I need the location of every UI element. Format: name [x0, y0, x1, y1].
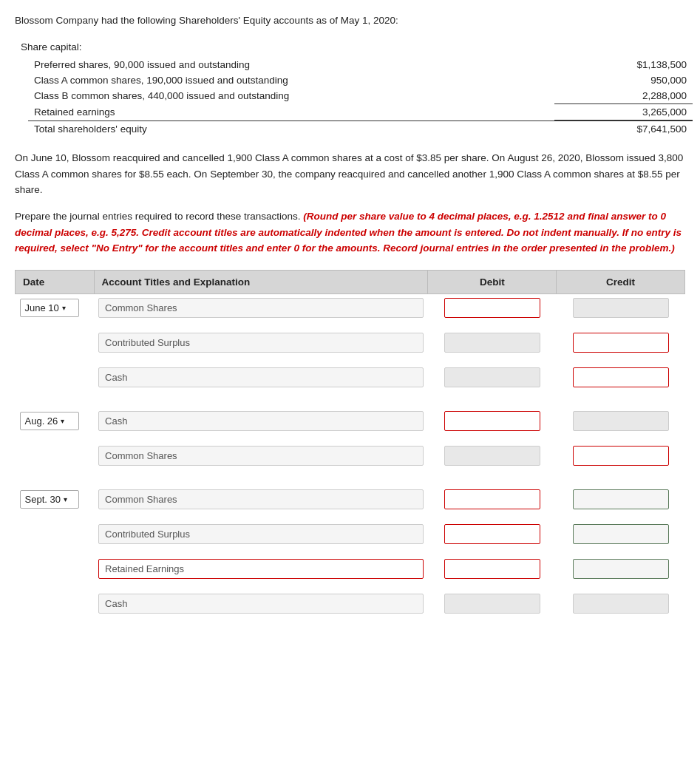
debit-cell-1-1[interactable] [428, 442, 557, 469]
equity-row-classB: Class B common shares, 440,000 issued an… [28, 88, 693, 104]
credit-input-2-0[interactable] [573, 489, 669, 509]
credit-cell-1-1[interactable] [557, 442, 685, 469]
classA-shares-label: Class A common shares, 190,000 issued an… [28, 72, 554, 88]
spacer-row [16, 356, 685, 364]
date-label-1: Aug. 26 [25, 415, 58, 427]
spacer-row [16, 469, 685, 477]
intro-text: Blossom Company had the following Shareh… [15, 13, 685, 28]
equity-row-preferred: Preferred shares, 90,000 issued and outs… [28, 57, 693, 72]
journal-row [16, 555, 685, 583]
credit-cell-0-2[interactable] [557, 364, 685, 391]
account-cell-0-0[interactable] [94, 293, 428, 322]
date-cell-0 [16, 364, 95, 391]
credit-input-1-0[interactable] [573, 411, 669, 431]
header-debit: Debit [428, 270, 557, 293]
section-gap [16, 398, 685, 407]
credit-cell-2-0[interactable] [557, 486, 685, 513]
debit-input-1-1[interactable] [444, 446, 540, 466]
credit-input-2-3[interactable] [573, 594, 669, 614]
journal-row [16, 590, 685, 617]
classB-shares-label: Class B common shares, 440,000 issued an… [28, 88, 554, 104]
date-cell-1: Aug. 26▾ [16, 407, 95, 435]
debit-cell-0-1[interactable] [428, 329, 557, 356]
description-text: On June 10, Blossom reacquired and cance… [15, 150, 685, 198]
account-input-0-0[interactable] [98, 298, 424, 318]
journal-row [16, 442, 685, 469]
credit-input-0-0[interactable] [573, 298, 669, 318]
account-cell-1-0[interactable] [94, 407, 428, 435]
debit-input-2-1[interactable] [444, 524, 540, 544]
credit-input-0-1[interactable] [573, 333, 669, 353]
credit-cell-0-1[interactable] [557, 329, 685, 356]
date-select-2[interactable]: Sept. 30▾ [20, 490, 79, 509]
credit-input-2-2[interactable] [573, 559, 669, 579]
header-account: Account Titles and Explanation [94, 270, 428, 293]
credit-cell-2-1[interactable] [557, 520, 685, 548]
preferred-shares-label: Preferred shares, 90,000 issued and outs… [28, 57, 554, 72]
debit-cell-0-2[interactable] [428, 364, 557, 391]
credit-cell-2-3[interactable] [557, 590, 685, 617]
retained-earnings-label: Retained earnings [28, 104, 554, 121]
account-cell-1-1[interactable] [94, 442, 428, 469]
debit-input-0-1[interactable] [444, 333, 540, 353]
credit-input-0-2[interactable] [573, 367, 669, 387]
equity-section: Share capital: Preferred shares, 90,000 … [15, 41, 685, 137]
account-cell-0-1[interactable] [94, 329, 428, 356]
section-gap [16, 477, 685, 486]
account-cell-2-0[interactable] [94, 486, 428, 513]
account-input-0-2[interactable] [98, 367, 424, 387]
spacer-row [16, 322, 685, 329]
account-input-2-1[interactable] [98, 524, 424, 544]
account-input-1-0[interactable] [98, 411, 424, 431]
date-select-0[interactable]: June 10▾ [20, 299, 79, 317]
preferred-shares-amount: $1,138,500 [554, 57, 693, 72]
credit-input-2-1[interactable] [573, 524, 669, 544]
account-input-2-0[interactable] [98, 489, 424, 509]
debit-input-0-2[interactable] [444, 367, 540, 387]
equity-row-retained: Retained earnings 3,265,000 [28, 104, 693, 121]
date-label-2: Sept. 30 [25, 494, 61, 505]
debit-input-2-2[interactable] [444, 559, 540, 579]
spacer-row [16, 617, 685, 625]
equity-table: Preferred shares, 90,000 issued and outs… [28, 57, 693, 137]
date-cell-2 [16, 555, 95, 583]
spacer-row [16, 513, 685, 520]
debit-input-2-0[interactable] [444, 489, 540, 509]
account-cell-0-2[interactable] [94, 364, 428, 391]
debit-cell-2-1[interactable] [428, 520, 557, 548]
debit-cell-2-3[interactable] [428, 590, 557, 617]
journal-row [16, 520, 685, 548]
debit-cell-0-0[interactable] [428, 293, 557, 322]
debit-cell-2-2[interactable] [428, 555, 557, 583]
debit-input-1-0[interactable] [444, 411, 540, 431]
spacer-row [16, 435, 685, 442]
debit-cell-1-0[interactable] [428, 407, 557, 435]
account-cell-2-1[interactable] [94, 520, 428, 548]
date-cell-2: Sept. 30▾ [16, 486, 95, 513]
account-input-2-2[interactable] [98, 559, 424, 579]
debit-input-2-3[interactable] [444, 594, 540, 614]
credit-cell-0-0[interactable] [557, 293, 685, 322]
journal-table: Date Account Titles and Explanation Debi… [15, 270, 685, 625]
date-cell-2 [16, 520, 95, 548]
debit-input-0-0[interactable] [444, 298, 540, 318]
header-credit: Credit [557, 270, 685, 293]
share-capital-label: Share capital: [21, 41, 685, 52]
credit-input-1-1[interactable] [573, 446, 669, 466]
account-cell-2-2[interactable] [94, 555, 428, 583]
account-input-0-1[interactable] [98, 333, 424, 353]
spacer-row [16, 548, 685, 555]
credit-cell-2-2[interactable] [557, 555, 685, 583]
journal-row [16, 364, 685, 391]
instructions-text: Prepare the journal entries required to … [15, 208, 685, 257]
credit-cell-1-0[interactable] [557, 407, 685, 435]
spacer-row [16, 391, 685, 398]
account-input-2-3[interactable] [98, 594, 424, 614]
account-cell-2-3[interactable] [94, 590, 428, 617]
account-input-1-1[interactable] [98, 446, 424, 466]
classB-shares-amount: 2,288,000 [554, 88, 693, 104]
debit-cell-2-0[interactable] [428, 486, 557, 513]
journal-row [16, 329, 685, 356]
date-select-1[interactable]: Aug. 26▾ [20, 412, 79, 430]
equity-row-classA: Class A common shares, 190,000 issued an… [28, 72, 693, 88]
